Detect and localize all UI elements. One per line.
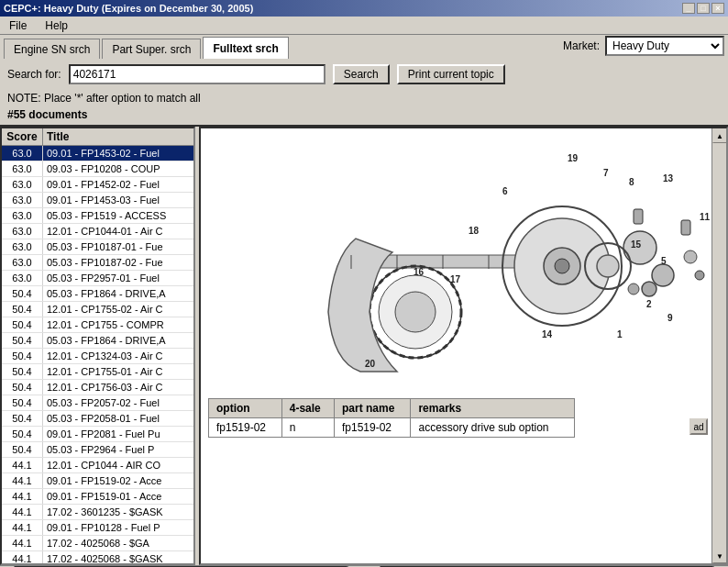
result-row[interactable]: 44.109.01 - FP10128 - Fuel P (2, 520, 193, 536)
result-score: 50.4 (2, 317, 43, 332)
result-score: 50.4 (2, 427, 43, 441)
result-score: 50.4 (2, 286, 43, 301)
result-row[interactable]: 63.005.03 - FP10187-01 - Fue (2, 239, 193, 255)
result-title: 09.01 - FP1519-01 - Acce (43, 489, 193, 504)
result-score: 63.0 (2, 271, 43, 285)
result-score: 44.1 (2, 551, 43, 563)
result-row[interactable]: 50.412.01 - CP1756-03 - Air C (2, 380, 193, 395)
result-row[interactable]: 63.009.01 - FP1453-02 - Fuel (2, 146, 193, 161)
result-title: 12.01 - CP1755-01 - Air C (43, 364, 193, 379)
result-row[interactable]: 63.005.03 - FP2957-01 - Fuel (2, 271, 193, 286)
result-score: 63.0 (2, 177, 43, 192)
svg-text:1: 1 (617, 329, 623, 339)
market-dropdown[interactable]: Heavy Duty Medium Duty Light Duty (605, 36, 724, 56)
scroll-up-button[interactable]: ▲ (712, 128, 727, 143)
cell-4sale: n (281, 418, 334, 438)
result-score: 50.4 (2, 349, 43, 363)
result-row[interactable]: 50.412.01 - CP1324-03 - Air C (2, 349, 193, 364)
right-scrollbar: ▲ ▼ (711, 128, 726, 563)
tab-part-super[interactable]: Part Super. srch (102, 39, 201, 59)
result-row[interactable]: 63.009.01 - FP1453-03 - Fuel (2, 193, 193, 208)
result-row[interactable]: 50.409.01 - FP2081 - Fuel Pu (2, 427, 193, 442)
file-menu[interactable]: File (4, 17, 32, 34)
svg-rect-12 (634, 209, 643, 224)
svg-text:2: 2 (646, 299, 652, 309)
result-score: 50.4 (2, 395, 43, 410)
svg-point-4 (555, 259, 569, 273)
result-row[interactable]: 63.005.03 - FP1519 - ACCESS (2, 208, 193, 224)
search-bar: Search for: Search Print current topic (0, 59, 728, 90)
result-title: 12.01 - CP1755-02 - Air C (43, 302, 193, 317)
result-title: 12.01 - CP1044 - AIR CO (43, 458, 193, 472)
result-title: 05.03 - FP1519 - ACCESS (43, 208, 193, 223)
cell-partname: fp1519-02 (335, 418, 411, 438)
svg-text:14: 14 (542, 329, 553, 339)
result-score: 63.0 (2, 161, 43, 176)
result-row[interactable]: 50.405.03 - FP1864 - DRIVE,A (2, 333, 193, 349)
result-row[interactable]: 50.405.03 - FP2057-02 - Fuel (2, 395, 193, 411)
result-score: 50.4 (2, 364, 43, 379)
svg-point-15 (695, 271, 704, 280)
result-row[interactable]: 50.412.01 - CP1755 - COMPR (2, 317, 193, 333)
result-row[interactable]: 63.012.01 - CP1044-01 - Air C (2, 224, 193, 239)
result-score: 63.0 (2, 208, 43, 223)
tab-fulltext[interactable]: Fulltext srch (203, 37, 288, 59)
doc-count-bar: #55 documents (0, 106, 728, 125)
parts-diagram: 19 7 8 6 13 11 18 17 16 5 15 (201, 128, 726, 395)
col-header-score: Score (2, 128, 43, 145)
result-score: 50.4 (2, 442, 43, 457)
print-button[interactable]: Print current topic (397, 64, 505, 84)
svg-text:15: 15 (631, 239, 642, 250)
help-menu[interactable]: Help (39, 17, 73, 34)
th-remarks: remarks (411, 399, 575, 418)
result-title: 05.03 - FP2058-01 - Fuel (43, 411, 193, 426)
maximize-button[interactable]: □ (697, 3, 710, 14)
window-title: CEPC+: Heavy Duty (Expires on December 3… (4, 3, 253, 14)
detail-panel: 19 7 8 6 13 11 18 17 16 5 15 (199, 127, 728, 565)
svg-text:11: 11 (700, 212, 711, 222)
scroll-down-button[interactable]: ▼ (712, 549, 727, 563)
search-button[interactable]: Search (333, 64, 390, 84)
result-row[interactable]: 50.405.03 - FP2964 - Fuel P (2, 442, 193, 458)
ad-button[interactable]: ad (689, 418, 708, 435)
scroll-track[interactable] (712, 143, 726, 549)
result-row[interactable]: 63.005.03 - FP10187-02 - Fue (2, 255, 193, 271)
table-row[interactable]: fp1519-02 n fp1519-02 accessory drive su… (209, 418, 575, 438)
result-score: 44.1 (2, 536, 43, 550)
result-row[interactable]: 44.117.02 - 3601235 - $GASK (2, 505, 193, 520)
result-row[interactable]: 44.117.02 - 4025068 - $GASK (2, 551, 193, 563)
result-title: 17.02 - 4025068 - $GA (43, 536, 193, 550)
main-content: Score Title 63.009.01 - FP1453-02 - Fuel… (0, 125, 728, 565)
result-title: 09.01 - FP2081 - Fuel Pu (43, 427, 193, 441)
result-row[interactable]: 44.117.02 - 4025068 - $GA (2, 536, 193, 551)
close-button[interactable]: × (711, 3, 724, 14)
result-row[interactable]: 63.009.03 - FP10208 - COUP (2, 161, 193, 177)
result-row[interactable]: 63.009.01 - FP1452-02 - Fuel (2, 177, 193, 193)
svg-text:16: 16 (414, 267, 425, 277)
result-row[interactable]: 44.109.01 - FP1519-02 - Acce (2, 473, 193, 489)
results-header: Score Title (2, 128, 193, 146)
result-score: 63.0 (2, 193, 43, 207)
minimize-button[interactable]: _ (682, 3, 695, 14)
result-row[interactable]: 50.405.03 - FP2058-01 - Fuel (2, 411, 193, 427)
table-area: option 4-sale part name remarks fp1519-0… (201, 395, 726, 441)
result-row[interactable]: 50.405.03 - FP1864 - DRIVE,A (2, 286, 193, 302)
result-row[interactable]: 50.412.01 - CP1755-01 - Air C (2, 364, 193, 380)
result-score: 63.0 (2, 146, 43, 161)
search-note: NOTE: Place '*' after option to match al… (7, 92, 201, 105)
result-title: 09.01 - FP10128 - Fuel P (43, 520, 193, 535)
tab-bar: Engine SN srch Part Super. srch Fulltext… (0, 35, 728, 59)
result-title: 05.03 - FP1864 - DRIVE,A (43, 333, 193, 348)
result-row[interactable]: 44.109.01 - FP1519-01 - Acce (2, 489, 193, 505)
tab-engine-sn[interactable]: Engine SN srch (4, 39, 100, 59)
th-partname: part name (335, 399, 411, 418)
results-body[interactable]: 63.009.01 - FP1453-02 - Fuel63.009.03 - … (2, 146, 193, 563)
result-row[interactable]: 44.112.01 - CP1044 - AIR CO (2, 458, 193, 473)
search-label: Search for: (7, 68, 61, 81)
svg-point-7 (395, 292, 436, 332)
result-title: 12.01 - CP1755 - COMPR (43, 317, 193, 332)
result-score: 44.1 (2, 520, 43, 535)
title-controls: _ □ × (682, 3, 724, 14)
search-input[interactable] (69, 64, 325, 84)
result-row[interactable]: 50.412.01 - CP1755-02 - Air C (2, 302, 193, 317)
